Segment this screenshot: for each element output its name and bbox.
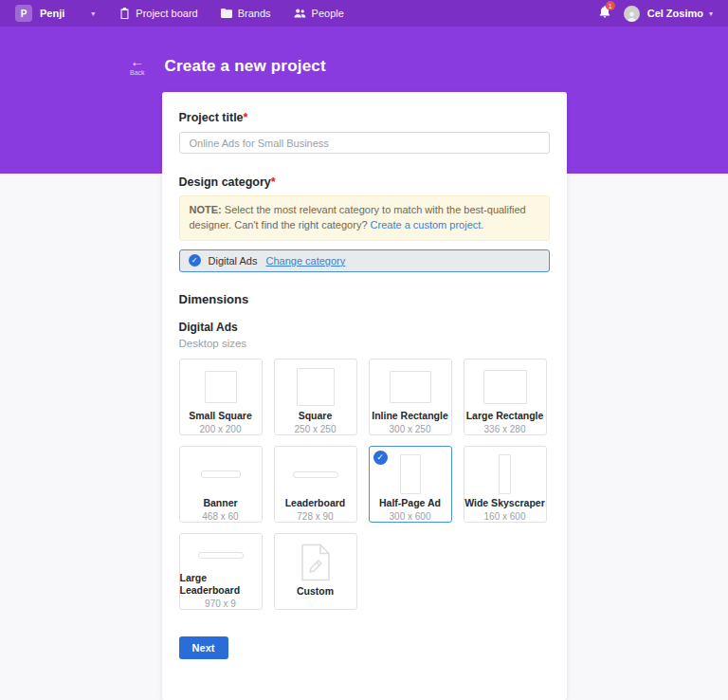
dimension-size: 200 x 200 [200, 424, 242, 434]
dimension-name: Wide Skyscraper [464, 497, 545, 509]
dimension-size: 300 x 250 [390, 424, 431, 434]
dimensions-group-title: Digital Ads [179, 321, 550, 334]
note-prefix: NOTE: [190, 204, 222, 215]
dimension-size: 250 x 250 [295, 424, 337, 434]
notification-badge: 1 [606, 1, 615, 10]
top-navbar: P Penji ▾ Project board Brands Peop [0, 0, 728, 27]
avatar[interactable] [624, 6, 640, 22]
next-button[interactable]: Next [179, 636, 228, 659]
notifications-button[interactable]: 1 [599, 5, 610, 22]
workspace-caret-icon[interactable]: ▾ [91, 9, 95, 18]
dimension-name: Large Rectangle [466, 410, 544, 422]
dimension-name: Square [299, 410, 333, 422]
square-shape-icon [297, 368, 335, 406]
shape-preview [499, 452, 511, 497]
dimension-card-large-leaderboard[interactable]: Large Leaderboard970 x 9 [179, 533, 263, 610]
dimension-name: Half-Page Ad [379, 497, 441, 509]
dimension-size: 728 x 90 [297, 511, 333, 522]
back-arrow-icon: ← [130, 55, 145, 68]
user-menu-caret-icon[interactable]: ▾ [709, 9, 713, 18]
category-note: NOTE: Select the most relevant category … [179, 195, 550, 241]
nav-item-people[interactable]: People [294, 8, 344, 19]
selected-category-bar: ✓ Digital Ads Change category [179, 249, 550, 272]
dimension-name: Small Square [189, 410, 252, 422]
dimension-card-custom[interactable]: Custom [274, 533, 357, 610]
folder-icon [221, 9, 232, 18]
dimension-name: Custom [297, 585, 334, 598]
create-project-card: Project title* Design category* NOTE: Se… [162, 92, 567, 700]
project-title-label-text: Project title [179, 111, 244, 124]
design-category-label: Design category* [179, 175, 550, 189]
dimension-name: Banner [203, 497, 237, 509]
nav-item-project-board[interactable]: Project board [119, 8, 197, 19]
penji-logo[interactable]: P [15, 5, 32, 22]
dimension-grid: Small Square200 x 200Square250 x 250Inli… [179, 359, 550, 610]
nav-items: Project board Brands People [119, 8, 367, 19]
dimension-size: 468 x 60 [202, 511, 238, 522]
change-category-link[interactable]: Change category [265, 255, 345, 267]
nav-right-cluster: 1 Cel Zosimo ▾ [599, 5, 713, 22]
dimension-name: Large Leaderboard [180, 572, 262, 597]
banner-wide-shape-icon [293, 471, 338, 478]
square-sm-shape-icon [205, 371, 237, 403]
category-check-icon: ✓ [189, 254, 201, 267]
dimension-name: Inline Rectangle [372, 410, 448, 422]
dimension-name: Leaderboard [285, 497, 346, 509]
rect-lg-shape-icon [483, 370, 527, 404]
back-button[interactable]: ← Back [130, 55, 145, 76]
page-title: Create a new project [165, 57, 326, 76]
nav-item-label: Brands [238, 8, 271, 19]
dimension-card-large-rectangle[interactable]: Large Rectangle336 x 280 [464, 359, 547, 435]
dimension-card-inline-rectangle[interactable]: Inline Rectangle300 x 250 [369, 359, 452, 435]
dimension-card-wide-skyscraper[interactable]: Wide Skyscraper160 x 600 [464, 446, 547, 523]
dimension-card-banner[interactable]: Banner468 x 60 [179, 446, 263, 523]
shape-preview [400, 452, 421, 497]
shape-preview [205, 365, 237, 410]
selected-check-icon: ✓ [373, 451, 388, 465]
selected-category-name: Digital Ads [209, 255, 258, 267]
penji-logo-letter: P [21, 9, 27, 19]
design-category-label-text: Design category [179, 175, 271, 189]
banner-shape-icon [201, 470, 241, 478]
shape-preview [293, 452, 338, 497]
dimensions-heading: Dimensions [179, 292, 550, 306]
shape-preview [483, 365, 527, 410]
project-title-label: Project title* [179, 111, 550, 124]
brand-name: Penji [40, 8, 64, 19]
dimension-size: 970 x 9 [205, 599, 236, 609]
vertical-shape-icon [400, 454, 421, 494]
rect-shape-icon [390, 371, 431, 403]
shape-preview [300, 540, 331, 585]
shape-preview [201, 452, 241, 497]
dimension-card-half-page-ad[interactable]: ✓Half-Page Ad300 x 600 [369, 446, 452, 523]
user-name: Cel Zosimo [647, 8, 703, 19]
shape-preview [390, 365, 431, 410]
shape-preview [198, 540, 244, 572]
dimension-size: 160 x 600 [484, 511, 526, 522]
required-asterisk: * [271, 175, 276, 189]
dimension-card-square[interactable]: Square250 x 250 [274, 359, 357, 435]
dimension-size: 300 x 600 [390, 511, 431, 522]
required-asterisk: * [244, 111, 248, 124]
nav-item-label: Project board [136, 8, 197, 19]
vertical-narrow-shape-icon [499, 454, 511, 494]
dimension-card-small-square[interactable]: Small Square200 x 200 [179, 359, 263, 435]
project-title-input[interactable] [179, 132, 550, 154]
custom-document-icon [300, 543, 331, 581]
banner-wide-shape-icon [198, 552, 244, 559]
nav-left-cluster: P Penji ▾ Project board Brands Peop [15, 5, 367, 22]
dimension-card-leaderboard[interactable]: Leaderboard728 x 90 [274, 446, 357, 523]
create-custom-project-link[interactable]: Create a custom project. [371, 219, 484, 230]
back-label: Back [130, 69, 145, 76]
nav-item-brands[interactable]: Brands [221, 8, 271, 19]
people-icon [294, 9, 306, 18]
dimension-size: 336 x 280 [484, 424, 526, 434]
dimensions-group-subtitle: Desktop sizes [179, 338, 550, 349]
nav-item-label: People [312, 8, 344, 19]
shape-preview [297, 365, 335, 410]
clipboard-icon [119, 8, 130, 19]
